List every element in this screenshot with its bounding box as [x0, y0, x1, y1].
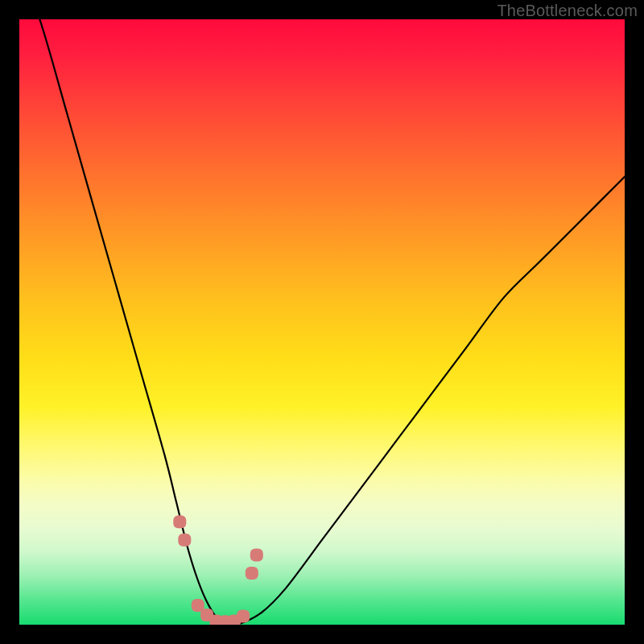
bottleneck-curve [19, 19, 625, 625]
plot-area [19, 19, 625, 625]
watermark-text: TheBottleneck.com [497, 2, 638, 20]
marker-group [173, 515, 262, 625]
curve-marker [250, 549, 263, 562]
curve-layer [19, 19, 625, 625]
curve-marker [246, 567, 258, 580]
curve-marker [237, 610, 250, 623]
chart-frame: TheBottleneck.com [0, 0, 644, 644]
curve-marker [173, 515, 186, 528]
curve-marker [178, 534, 191, 547]
